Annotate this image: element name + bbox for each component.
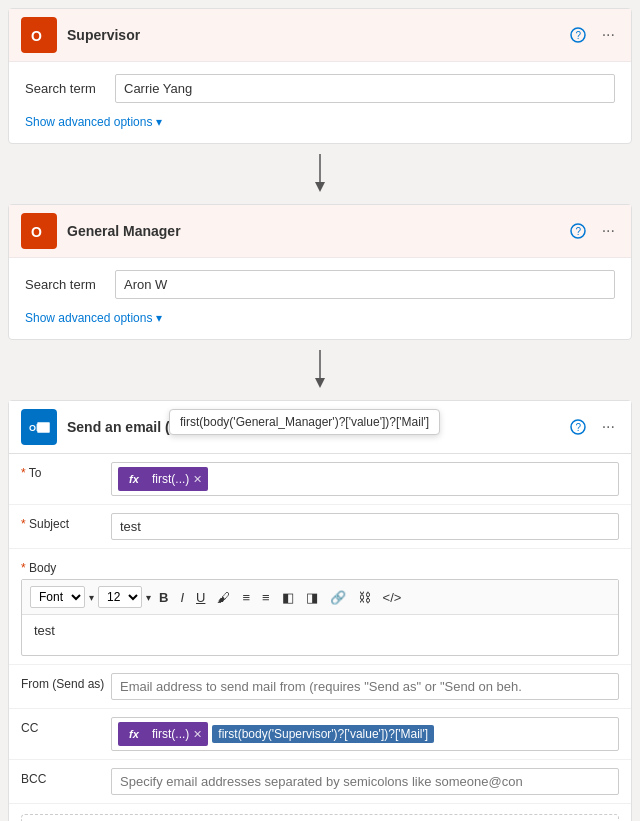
general-manager-search-row: Search term xyxy=(25,270,615,299)
general-manager-show-advanced-label: Show advanced options xyxy=(25,311,152,325)
general-manager-help-button[interactable]: ? xyxy=(566,221,590,241)
general-manager-search-input[interactable] xyxy=(115,270,615,299)
general-manager-card-header: O General Manager ? ··· xyxy=(9,205,631,258)
subject-input[interactable] xyxy=(111,513,619,540)
general-manager-card-body: Search term Show advanced options xyxy=(9,258,631,339)
bcc-row: BCC xyxy=(9,760,631,804)
svg-text:?: ? xyxy=(575,422,581,433)
office-icon-general-manager: O xyxy=(21,213,57,249)
general-manager-title: General Manager xyxy=(67,223,566,239)
send-email-card-header: Ol Send an email (V2) first(body('Genera… xyxy=(9,401,631,454)
svg-marker-5 xyxy=(315,182,325,192)
ul-button[interactable]: ≡ xyxy=(238,588,254,607)
body-content[interactable]: test xyxy=(22,615,618,655)
cc-token-label: first(...) xyxy=(152,727,189,741)
supervisor-header-actions: ? ··· xyxy=(566,24,619,46)
to-fx-icon: fx xyxy=(124,469,144,489)
svg-text:O: O xyxy=(31,224,42,240)
send-email-card: Ol Send an email (V2) first(body('Genera… xyxy=(8,400,632,821)
svg-text:?: ? xyxy=(575,30,581,41)
to-label: * To xyxy=(21,462,111,480)
general-manager-show-advanced-button[interactable]: Show advanced options xyxy=(25,309,162,327)
svg-text:O: O xyxy=(31,28,42,44)
cc-inline-token: first(body('Supervisor')?['value'])?['Ma… xyxy=(212,725,434,743)
underline-button[interactable]: U xyxy=(192,588,209,607)
dropdown-arrow-icon: ▾ xyxy=(89,592,94,603)
ol-button[interactable]: ≡ xyxy=(258,588,274,607)
arrow-connector-1 xyxy=(8,144,632,204)
supervisor-card-header: O Supervisor ? ··· xyxy=(9,9,631,62)
supervisor-search-label: Search term xyxy=(25,81,115,96)
subject-row: * Subject xyxy=(9,505,631,549)
tooltip-text: first(body('General_Manager')?['value'])… xyxy=(180,415,429,429)
body-label: * Body xyxy=(21,557,111,575)
supervisor-search-input[interactable] xyxy=(115,74,615,103)
paint-button[interactable]: 🖌 xyxy=(213,588,234,607)
bcc-input[interactable] xyxy=(111,768,619,795)
body-toolbar: Font ▾ 12 ▾ B I U 🖌 ≡ ≡ ◧ ◨ 🔗 ⛓ xyxy=(22,580,618,615)
italic-button[interactable]: I xyxy=(176,588,188,607)
from-label: From (Send as) xyxy=(21,673,111,691)
body-text: test xyxy=(34,623,55,638)
body-editor[interactable]: Font ▾ 12 ▾ B I U 🖌 ≡ ≡ ◧ ◨ 🔗 ⛓ xyxy=(21,579,619,656)
cc-inline-token-text: first(body('Supervisor')?['value'])?['Ma… xyxy=(218,727,428,741)
cc-fx-icon: fx xyxy=(124,724,144,744)
cc-token-remove[interactable]: ✕ xyxy=(193,728,202,741)
send-email-header-actions: ? ··· xyxy=(566,416,619,438)
supervisor-help-button[interactable]: ? xyxy=(566,25,590,45)
send-email-more-button[interactable]: ··· xyxy=(598,416,619,438)
cc-label: CC xyxy=(21,717,111,735)
supervisor-card: O Supervisor ? ··· Search term Show adva… xyxy=(8,8,632,144)
cc-row: CC fx first(...) ✕ first(body('Superviso… xyxy=(9,709,631,760)
body-row: * Body Font ▾ 12 ▾ B I U 🖌 ≡ xyxy=(9,549,631,665)
from-input[interactable] xyxy=(111,673,619,700)
font-size-select[interactable]: 12 xyxy=(98,586,142,608)
send-email-card-body: * To fx first(...) ✕ * Subject * Body xyxy=(9,454,631,821)
arrow-connector-2 xyxy=(8,340,632,400)
align-left-button[interactable]: ◧ xyxy=(278,588,298,607)
unlink-button[interactable]: ⛓ xyxy=(354,588,375,607)
to-token-remove[interactable]: ✕ xyxy=(193,473,202,486)
to-token: fx first(...) ✕ xyxy=(118,467,208,491)
general-manager-more-button[interactable]: ··· xyxy=(598,220,619,242)
font-select[interactable]: Font xyxy=(30,586,85,608)
svg-text:Ol: Ol xyxy=(29,423,39,433)
bold-button[interactable]: B xyxy=(155,588,172,607)
svg-rect-13 xyxy=(37,422,50,433)
cc-token: fx first(...) ✕ xyxy=(118,722,208,746)
general-manager-search-label: Search term xyxy=(25,277,115,292)
supervisor-search-row: Search term xyxy=(25,74,615,103)
supervisor-show-advanced-label: Show advanced options xyxy=(25,115,152,129)
general-manager-card: O General Manager ? ··· Search term Show… xyxy=(8,204,632,340)
outlook-icon: Ol xyxy=(21,409,57,445)
send-email-help-button[interactable]: ? xyxy=(566,417,590,437)
cc-token-container[interactable]: fx first(...) ✕ first(body('Supervisor')… xyxy=(111,717,619,751)
general-manager-header-actions: ? ··· xyxy=(566,220,619,242)
supervisor-more-icon: ··· xyxy=(602,26,615,44)
general-manager-chevron-icon xyxy=(156,311,162,325)
to-row: * To fx first(...) ✕ xyxy=(9,454,631,505)
to-token-container[interactable]: fx first(...) ✕ xyxy=(111,462,619,496)
bcc-label: BCC xyxy=(21,768,111,786)
svg-marker-11 xyxy=(315,378,325,388)
to-token-label: first(...) xyxy=(152,472,189,486)
supervisor-title: Supervisor xyxy=(67,27,566,43)
attachments-section: Attachments Name - 1 Attachments Name - … xyxy=(21,814,619,821)
supervisor-card-body: Search term Show advanced options xyxy=(9,62,631,143)
align-right-button[interactable]: ◨ xyxy=(302,588,322,607)
supervisor-show-advanced-button[interactable]: Show advanced options xyxy=(25,113,162,131)
supervisor-more-button[interactable]: ··· xyxy=(598,24,619,46)
link-button[interactable]: 🔗 xyxy=(326,588,350,607)
from-row: From (Send as) xyxy=(9,665,631,709)
body-label-row: * Body xyxy=(21,557,619,575)
tooltip-bubble: first(body('General_Manager')?['value'])… xyxy=(169,409,440,435)
code-button[interactable]: </> xyxy=(379,588,406,607)
subject-label: * Subject xyxy=(21,513,111,531)
office-icon-supervisor: O xyxy=(21,17,57,53)
send-email-more-icon: ··· xyxy=(602,418,615,436)
font-size-dropdown-icon: ▾ xyxy=(146,592,151,603)
supervisor-chevron-icon xyxy=(156,115,162,129)
svg-text:?: ? xyxy=(575,226,581,237)
general-manager-more-icon: ··· xyxy=(602,222,615,240)
